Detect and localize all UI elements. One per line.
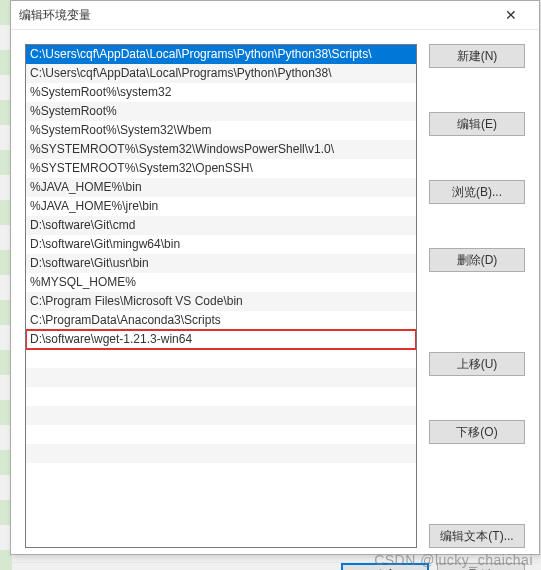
list-item[interactable]: %JAVA_HOME%\jre\bin [26,197,416,216]
list-item[interactable] [26,444,416,463]
list-item[interactable] [26,368,416,387]
list-item[interactable]: C:\Program Files\Microsoft VS Code\bin [26,292,416,311]
close-button[interactable]: ✕ [491,1,531,29]
list-item[interactable]: %SystemRoot%\system32 [26,83,416,102]
list-item[interactable] [26,406,416,425]
delete-button[interactable]: 删除(D) [429,248,525,272]
list-item[interactable]: C:\Users\cqf\AppData\Local\Programs\Pyth… [26,64,416,83]
list-item[interactable]: D:\software\Git\usr\bin [26,254,416,273]
list-item[interactable] [26,387,416,406]
list-item[interactable]: %MYSQL_HOME% [26,273,416,292]
titlebar: 编辑环境变量 ✕ [11,1,539,30]
watermark-text: CSDN @lucky_chaichai [374,552,533,568]
button-column: 新建(N) 编辑(E) 浏览(B)... 删除(D) 上移(U) 下移(O) 编… [429,44,525,548]
move-up-button[interactable]: 上移(U) [429,352,525,376]
edit-button[interactable]: 编辑(E) [429,112,525,136]
list-item[interactable]: %JAVA_HOME%\bin [26,178,416,197]
list-item[interactable]: D:\software\Git\cmd [26,216,416,235]
list-item[interactable]: D:\software\Git\mingw64\bin [26,235,416,254]
new-button[interactable]: 新建(N) [429,44,525,68]
edit-env-var-dialog: 编辑环境变量 ✕ C:\Users\cqf\AppData\Local\Prog… [10,0,540,555]
path-listbox[interactable]: C:\Users\cqf\AppData\Local\Programs\Pyth… [25,44,417,548]
list-item[interactable]: %SYSTEMROOT%\System32\WindowsPowerShell\… [26,140,416,159]
list-item[interactable]: %SystemRoot% [26,102,416,121]
list-item[interactable] [26,349,416,368]
list-item[interactable]: D:\software\wget-1.21.3-win64 [26,330,416,349]
list-item[interactable]: C:\Users\cqf\AppData\Local\Programs\Pyth… [26,45,416,64]
list-item[interactable] [26,425,416,444]
list-item[interactable]: %SYSTEMROOT%\System32\OpenSSH\ [26,159,416,178]
browse-button[interactable]: 浏览(B)... [429,180,525,204]
list-item[interactable] [26,463,416,482]
list-item[interactable]: %SystemRoot%\System32\Wbem [26,121,416,140]
edit-text-button[interactable]: 编辑文本(T)... [429,524,525,548]
list-item[interactable]: C:\ProgramData\Anaconda3\Scripts [26,311,416,330]
close-icon: ✕ [505,7,517,23]
dialog-title: 编辑环境变量 [19,7,491,24]
dialog-content: C:\Users\cqf\AppData\Local\Programs\Pyth… [11,30,539,562]
move-down-button[interactable]: 下移(O) [429,420,525,444]
